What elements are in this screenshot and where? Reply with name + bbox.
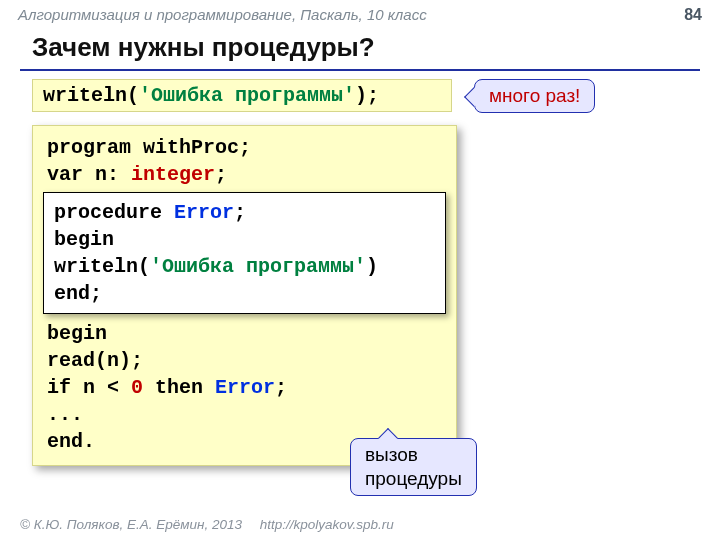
page-number: 84 [684,6,702,24]
callout-tail-icon [464,87,484,107]
slide-content: writeln('Ошибка программы'); много раз! … [0,71,720,466]
slide-footer: © К.Ю. Поляков, Е.А. Ерёмин, 2013 http:/… [20,517,394,532]
code-line: ... [47,401,442,428]
slide-title: Зачем нужны процедуры? [0,26,720,69]
code-line: begin [47,320,442,347]
code-line: end; [54,280,435,307]
procedure-box: procedure Error; begin writeln('Ошибка п… [43,192,446,314]
program-code-block: program withProc; var n: integer; proced… [32,125,457,466]
code-token: ); [355,84,379,107]
callout-many-times: много раз! [474,79,595,113]
inline-code-box: writeln('Ошибка программы'); [32,79,452,112]
copyright-text: © К.Ю. Поляков, Е.А. Ерёмин, 2013 [20,517,242,532]
code-line: var n: integer; [47,161,442,188]
code-line: begin [54,226,435,253]
callout-line: процедуры [365,468,462,489]
code-line: read(n); [47,347,442,374]
footer-link: http://kpolyakov.spb.ru [260,517,394,532]
callout-procedure-call: вызов процедуры [350,438,477,496]
top-row: writeln('Ошибка программы'); много раз! [32,79,688,113]
callout-text: много раз! [489,85,580,106]
code-string: 'Ошибка программы' [139,84,355,107]
code-line: procedure Error; [54,199,435,226]
slide-header: Алгоритмизация и программирование, Паска… [0,0,720,26]
code-token: writeln [43,84,127,107]
callout-line: вызов [365,444,418,465]
code-token: ( [127,84,139,107]
code-line: writeln('Ошибка программы') [54,253,435,280]
code-line: if n < 0 then Error; [47,374,442,401]
code-line: program withProc; [47,134,442,161]
course-label: Алгоритмизация и программирование, Паска… [18,6,427,23]
